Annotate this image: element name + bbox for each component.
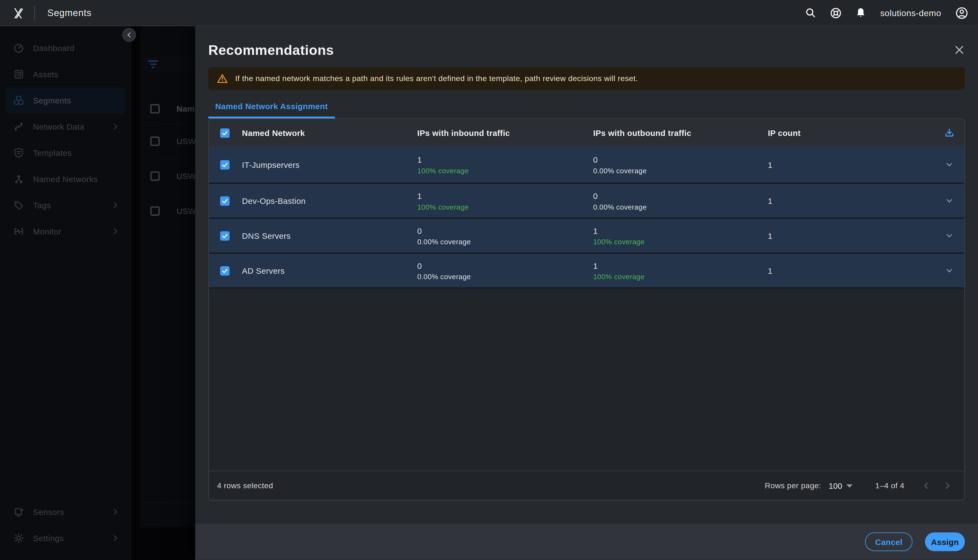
outbound-coverage: 100% coverage [593,238,768,245]
modal-tabs: Named Network Assignment [208,100,965,118]
expand-chevron-down-icon[interactable] [934,197,965,205]
cancel-button[interactable]: Cancel [865,532,913,551]
modal-action-bar: Cancel Assign [195,524,978,560]
modal-title: Recommendations [208,42,965,58]
outbound-coverage: 0.00% coverage [593,167,768,174]
warning-triangle-icon [217,74,228,84]
inbound-ip-value: 1 [417,155,593,164]
assign-button[interactable]: Assign [925,532,965,551]
table-row: DNS Servers 0 0.00% coverage 1 100% cove… [209,218,964,252]
page-title: Segments [47,7,92,18]
caret-down-icon [846,484,853,487]
outbound-ip-value: 0 [593,155,768,164]
table-pagination-bar: 4 rows selected Rows per page: 100 1–4 o… [209,471,964,500]
column-header-named-network: Named Network [242,128,417,137]
named-network-name: DNS Servers [242,231,417,240]
outbound-ip-value: 1 [593,261,768,270]
inbound-ip-value: 0 [417,261,593,270]
tab-named-network-assignment[interactable]: Named Network Assignment [208,102,335,118]
previous-page-icon[interactable] [922,482,931,490]
rows-per-page-value: 100 [829,481,842,490]
inbound-ip-value: 0 [417,226,593,235]
named-network-name: IT-Jumpservers [242,160,417,169]
table-row: IT-Jumpservers 1 100% coverage 0 0.00% c… [209,147,964,183]
topbar-divider [34,6,35,20]
inbound-coverage: 100% coverage [417,203,593,210]
account-avatar-icon[interactable] [956,7,968,19]
ip-count-value: 1 [768,196,934,205]
inbound-coverage: 100% coverage [417,167,593,174]
close-icon[interactable] [954,45,965,55]
ip-count-value: 1 [768,160,934,169]
top-bar: Segments solutions-demo [0,0,978,26]
inbound-ip-value: 1 [417,191,593,200]
outbound-coverage: 0.00% coverage [593,203,768,210]
column-header-ip-count: IP count [768,128,934,137]
table-header-row: Named Network IPs with inbound traffic I… [209,119,964,147]
pagination-range-label: 1–4 of 4 [875,482,905,490]
row-checkbox[interactable] [220,160,229,169]
next-page-icon[interactable] [943,482,952,490]
row-checkbox[interactable] [220,231,229,240]
username-label[interactable]: solutions-demo [880,8,941,18]
column-header-outbound: IPs with outbound traffic [593,128,768,137]
warning-banner: If the named network matches a path and … [208,67,965,90]
table-row: AD Servers 0 0.00% coverage 1 100% cover… [209,252,964,287]
select-all-checkbox[interactable] [220,128,229,137]
ip-count-value: 1 [768,266,934,275]
named-network-name: Dev-Ops-Bastion [242,196,417,205]
column-header-inbound: IPs with inbound traffic [417,128,593,137]
app-logo-icon[interactable] [13,7,24,18]
recommendations-modal: Recommendations If the named network mat… [195,26,978,560]
sidebar-collapse-button[interactable] [123,29,135,41]
app-root: Segments solutions-demo [0,0,978,560]
table-empty-area [209,287,964,471]
inbound-coverage: 0.00% coverage [417,273,593,280]
rows-per-page-select[interactable]: 100 [829,481,853,490]
row-checkbox[interactable] [220,196,229,205]
expand-chevron-down-icon[interactable] [934,232,965,240]
help-lifering-icon[interactable] [830,7,841,18]
expand-chevron-down-icon[interactable] [934,160,965,169]
outbound-coverage: 100% coverage [593,273,768,280]
expand-chevron-down-icon[interactable] [934,266,965,275]
ip-count-value: 1 [768,231,934,240]
outbound-ip-value: 0 [593,191,768,200]
rows-per-page-label: Rows per page: [765,482,821,490]
inbound-coverage: 0.00% coverage [417,238,593,245]
download-icon[interactable] [934,128,965,138]
table-row: Dev-Ops-Bastion 1 100% coverage 0 0.00% … [209,183,964,218]
named-network-table: Named Network IPs with inbound traffic I… [208,118,965,500]
modal-header: Recommendations [195,26,978,59]
outbound-ip-value: 1 [593,226,768,235]
warning-text: If the named network matches a path and … [235,74,638,83]
search-icon[interactable] [805,7,816,18]
notifications-bell-icon[interactable] [856,7,866,18]
rows-selected-label: 4 rows selected [217,482,273,490]
named-network-name: AD Servers [242,266,417,275]
row-checkbox[interactable] [220,266,229,275]
